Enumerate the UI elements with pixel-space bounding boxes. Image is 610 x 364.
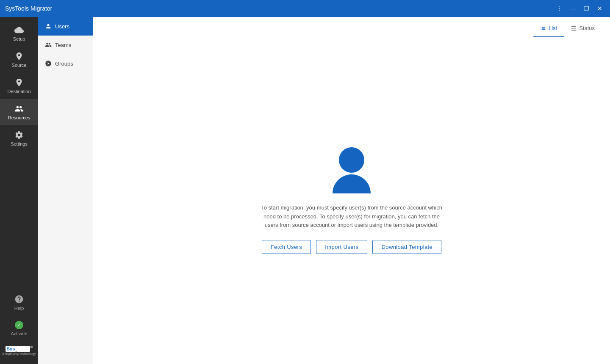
tab-list[interactable]: List <box>533 20 564 37</box>
close-button[interactable]: ✕ <box>595 3 605 14</box>
content-area: To start migration, you must specify use… <box>93 37 610 364</box>
sidebar-item-activate[interactable]: ✓ Activate <box>0 316 38 341</box>
main-content: List Status To start migration, you must… <box>93 17 610 364</box>
sidebar-item-source[interactable]: Source <box>0 47 38 73</box>
list-icon <box>540 25 546 31</box>
sidebar-label-activate: Activate <box>11 331 27 336</box>
sidebar-label-destination: Destination <box>7 89 30 94</box>
help-icon <box>14 295 24 304</box>
tab-status[interactable]: Status <box>564 20 602 37</box>
menu-button[interactable]: ⋮ <box>554 3 564 14</box>
brand-tagline: Simplifying technology <box>2 352 36 356</box>
fetch-users-button[interactable]: Fetch Users <box>262 240 311 254</box>
description-text: To start migration, you must specify use… <box>258 204 445 230</box>
settings-icon <box>14 130 24 140</box>
brand: SysTools® Simplifying technology <box>2 341 36 360</box>
tab-list-label: List <box>549 25 557 31</box>
status-icon <box>571 25 577 31</box>
minimize-button[interactable]: — <box>568 3 578 14</box>
titlebar: SysTools Migrator ⋮ — ❐ ✕ <box>0 0 610 17</box>
users-icon <box>45 23 52 30</box>
user-body-icon <box>333 174 371 193</box>
app-body: Setup Source Destination Resources <box>0 17 610 364</box>
sidebar-item-settings[interactable]: Settings <box>0 125 38 152</box>
app-title: SysTools Migrator <box>5 5 52 12</box>
import-users-button[interactable]: Import Users <box>316 240 367 254</box>
sidebar-label-setup: Setup <box>13 36 25 41</box>
window-controls: ⋮ — ❐ ✕ <box>554 3 605 14</box>
sidebar-label-resources: Resources <box>8 115 30 120</box>
sidebar-label-settings: Settings <box>11 141 28 146</box>
source-icon <box>14 52 24 61</box>
action-buttons: Fetch Users Import Users Download Templa… <box>262 240 441 254</box>
sidebar-bottom: Help ✓ Activate SysTools® Simplifying te… <box>0 290 38 364</box>
sidebar-item-help[interactable]: Help <box>0 290 38 316</box>
sidebar: Setup Source Destination Resources <box>0 17 38 364</box>
sub-sidebar-item-groups[interactable]: Groups <box>38 54 93 73</box>
sidebar-item-resources[interactable]: Resources <box>0 99 38 125</box>
sidebar-label-source: Source <box>12 63 27 68</box>
user-head-icon <box>339 147 364 173</box>
teams-icon <box>45 41 52 48</box>
sidebar-item-setup[interactable]: Setup <box>0 20 38 47</box>
maximize-button[interactable]: ❐ <box>581 3 591 14</box>
sub-sidebar-label-groups: Groups <box>55 61 73 67</box>
download-template-button[interactable]: Download Template <box>372 240 441 254</box>
sidebar-label-help: Help <box>14 306 24 311</box>
tab-bar: List Status <box>93 17 610 37</box>
tab-status-label: Status <box>579 25 595 31</box>
sub-sidebar-item-users[interactable]: Users <box>38 17 93 36</box>
sub-sidebar-label-users: Users <box>55 23 69 30</box>
sub-sidebar: Users Teams Groups <box>38 17 93 364</box>
user-illustration <box>333 147 371 193</box>
sub-sidebar-item-teams[interactable]: Teams <box>38 36 93 54</box>
groups-icon <box>45 60 52 67</box>
activate-status-icon: ✓ <box>15 321 23 329</box>
brand-name: SysTools® <box>6 345 33 352</box>
sidebar-item-destination[interactable]: Destination <box>0 73 38 99</box>
destination-icon <box>14 78 24 87</box>
cloud-icon <box>14 25 24 35</box>
sub-sidebar-label-teams: Teams <box>55 42 71 48</box>
resources-icon <box>14 104 24 113</box>
